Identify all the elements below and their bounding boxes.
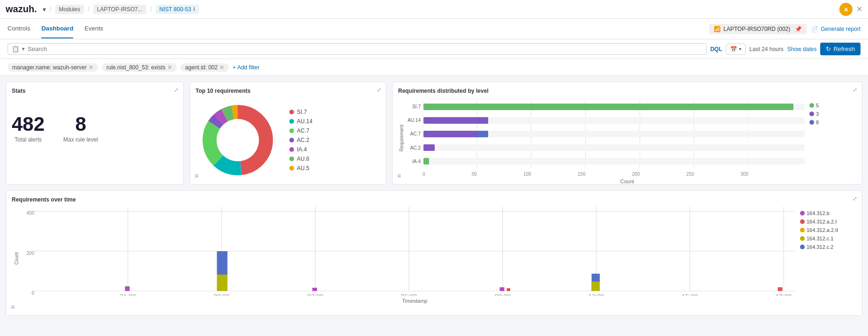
bar-row-ac7: AC.7 bbox=[406, 131, 805, 137]
app-logo: wazuh. bbox=[6, 4, 37, 15]
time-legend-item-2: 164.312.a.2.II bbox=[800, 227, 856, 233]
time-table-icon[interactable]: ≡ bbox=[11, 303, 15, 311]
logo-dropdown[interactable]: ▾ bbox=[43, 6, 46, 13]
filter-tag-nist[interactable]: rule.nist_800_53: exists ✕ bbox=[102, 63, 177, 72]
legend-si7: SI.7 bbox=[289, 109, 380, 115]
time-legend-dot-1 bbox=[800, 219, 805, 224]
filter-close-3[interactable]: ✕ bbox=[219, 64, 224, 71]
legend-au5: AU.5 bbox=[289, 165, 380, 172]
legend-dot-au5 bbox=[289, 166, 294, 171]
filter-tag-agent[interactable]: agent.id: 002 ✕ bbox=[181, 63, 229, 72]
time-legend-item-4: 164.312.c.2 bbox=[800, 244, 856, 250]
bar-legend: 5 3 8 bbox=[805, 98, 856, 178]
donut-title: Top 10 requirements bbox=[196, 88, 380, 94]
stats-expand-button[interactable]: ⤢ bbox=[174, 87, 179, 93]
add-filter-button[interactable]: + Add filter bbox=[233, 64, 259, 71]
search-bar-right: DQL 📅 ▾ Last 24 hours Show dates ↻ Refre… bbox=[710, 43, 860, 55]
refresh-button[interactable]: ↻ Refresh bbox=[820, 43, 860, 55]
generate-report-button[interactable]: 📄 Generate report bbox=[811, 26, 860, 32]
filter-close-2[interactable]: ✕ bbox=[167, 64, 172, 71]
nist-info-icon: ℹ bbox=[193, 6, 195, 12]
tab-controls[interactable]: Controls bbox=[8, 19, 30, 38]
calendar-button[interactable]: 📅 ▾ bbox=[726, 44, 746, 55]
search-input[interactable] bbox=[28, 45, 702, 52]
user-avatar[interactable]: a bbox=[839, 3, 853, 16]
bar-fill-ac7-3 bbox=[423, 131, 477, 137]
stats-values: 482 Total alerts 8 Max rule level bbox=[12, 113, 178, 143]
second-nav-right: 📶 LAPTOP-IRSO70RD (002) 📌 📄 Generate rep… bbox=[709, 24, 860, 34]
time-legend-dot-4 bbox=[800, 245, 805, 249]
tab-dashboard[interactable]: Dashboard bbox=[41, 19, 73, 38]
bar-track-au14 bbox=[423, 117, 805, 124]
bar-00-blue bbox=[217, 251, 227, 275]
bar-fill-ac2-3 bbox=[423, 144, 435, 151]
top-nav: wazuh. ▾ / Modules / LAPTOP-IRSO7... / N… bbox=[0, 0, 868, 19]
legend-dot-au14 bbox=[289, 119, 294, 124]
bar-00-yellow bbox=[217, 275, 227, 291]
donut-expand-button[interactable]: ⤢ bbox=[377, 87, 381, 93]
dql-button[interactable]: DQL bbox=[710, 46, 722, 52]
bar-09-purple bbox=[500, 287, 505, 291]
search-input-area[interactable]: 📋 ▾ bbox=[8, 43, 707, 55]
bar-21-purple bbox=[125, 286, 130, 291]
donut-table-icon[interactable]: ≡ bbox=[195, 172, 198, 179]
time-expand-button[interactable]: ⤢ bbox=[853, 195, 857, 202]
filter-tag-manager[interactable]: manager.name: wazuh-server ✕ bbox=[8, 63, 98, 72]
doc-icon-2: 📋 bbox=[12, 45, 19, 52]
bar-legend-5: 5 bbox=[809, 103, 856, 108]
time-legend-item-1: 164.312.a.2.I bbox=[800, 219, 856, 224]
bar-09-red bbox=[507, 288, 510, 291]
legend-ac2: AC.2 bbox=[289, 137, 380, 143]
legend-dot-si7 bbox=[289, 110, 294, 114]
svg-text:21:00: 21:00 bbox=[120, 293, 136, 296]
legend-dot-ia4 bbox=[289, 147, 294, 152]
svg-text:18:00: 18:00 bbox=[776, 293, 792, 296]
max-rule-stat: 8 Max rule level bbox=[63, 113, 98, 143]
stats-panel: Stats ⤢ 482 Total alerts 8 Max rule leve… bbox=[6, 82, 184, 185]
bar-expand-button[interactable]: ⤢ bbox=[853, 87, 857, 93]
bar-row-ac2: AC.2 bbox=[406, 144, 805, 151]
window-close[interactable]: ✕ bbox=[856, 5, 862, 14]
main-content: Stats ⤢ 482 Total alerts 8 Max rule leve… bbox=[0, 76, 868, 321]
svg-text:12:00: 12:00 bbox=[588, 293, 604, 296]
device-badge[interactable]: 📶 LAPTOP-IRSO70RD (002) 📌 bbox=[709, 24, 807, 34]
bar-fill-au14-3 bbox=[423, 117, 488, 124]
bar-legend-8: 8 bbox=[809, 119, 856, 125]
time-x-label: Timestamp bbox=[34, 298, 795, 304]
pin-icon[interactable]: 📌 bbox=[795, 26, 802, 32]
time-legend: 164.312.b 164.312.a.2.I 164.312.a.2.II 1… bbox=[795, 207, 856, 310]
max-rule-number: 8 bbox=[63, 113, 98, 135]
bar-12-yellow bbox=[592, 282, 600, 291]
bar-title: Requirements distributed by level bbox=[398, 88, 856, 94]
time-panel: Requirements over time ⤢ Count 400 200 0 bbox=[6, 190, 862, 316]
cal-dropdown-icon: ▾ bbox=[739, 46, 741, 52]
filter-close-1[interactable]: ✕ bbox=[89, 64, 93, 71]
bar-chart-wrapper: Requirement SI bbox=[398, 98, 856, 178]
max-rule-label: Max rule level bbox=[63, 136, 98, 143]
bar-fill-ac7-8 bbox=[477, 131, 488, 137]
bar-legend-dot-8 bbox=[809, 120, 814, 125]
time-chart-svg: 21:00 00:00 03:00 06:00 09:00 12:00 15:0… bbox=[34, 207, 795, 296]
tab-events[interactable]: Events bbox=[84, 19, 103, 38]
time-chart-container: Count 400 200 0 bbox=[12, 207, 856, 310]
time-legend-dot-2 bbox=[800, 228, 805, 232]
nav-laptop[interactable]: LAPTOP-IRSO7... bbox=[93, 5, 146, 14]
nav-nist[interactable]: NIST 800-53 ℹ bbox=[156, 5, 199, 14]
bar-18-red bbox=[778, 287, 783, 291]
filter-bar: manager.name: wazuh-server ✕ rule.nist_8… bbox=[0, 59, 868, 76]
nav-modules[interactable]: Modules bbox=[55, 5, 84, 14]
y-axis-label: Requirement bbox=[398, 98, 406, 178]
time-legend-item-3: 164.312.c.1 bbox=[800, 236, 856, 241]
nav-sep-3: / bbox=[150, 6, 152, 13]
nav-sep-2: / bbox=[88, 6, 90, 13]
donut-container: SI.7 AU.14 AC.7 AC.2 bbox=[196, 98, 380, 182]
time-title: Requirements over time bbox=[12, 196, 856, 203]
legend-dot-ac2 bbox=[289, 138, 294, 142]
show-dates-button[interactable]: Show dates bbox=[787, 46, 817, 52]
dropdown-icon[interactable]: ▾ bbox=[22, 46, 25, 52]
time-legend-dot-3 bbox=[800, 236, 805, 241]
bar-table-icon[interactable]: ≡ bbox=[397, 172, 401, 179]
svg-text:09:00: 09:00 bbox=[495, 293, 511, 296]
bar-x-label: Count bbox=[398, 179, 856, 184]
bar-fill-ia4-5 bbox=[423, 158, 429, 164]
